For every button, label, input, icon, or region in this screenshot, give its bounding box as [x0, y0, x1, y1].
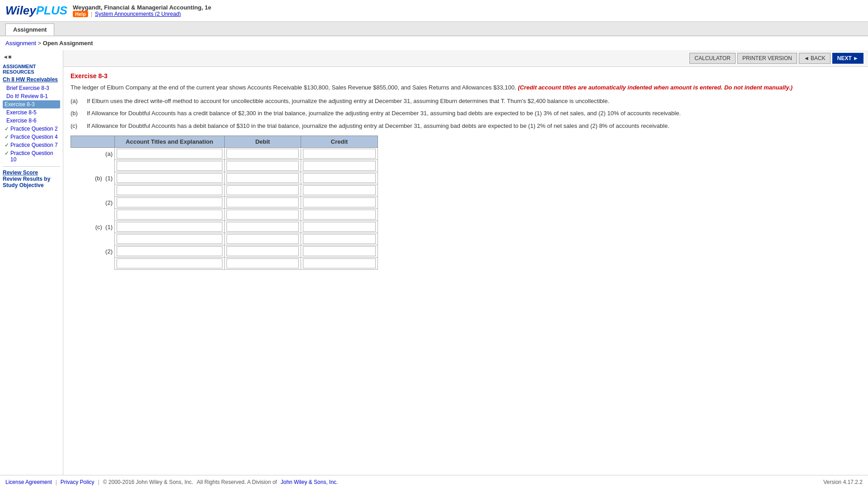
input-c1-1-debit[interactable] — [224, 221, 301, 233]
input-b2-1-account[interactable] — [115, 197, 225, 209]
input-a-2-account-field[interactable] — [117, 161, 222, 171]
assignment-tab[interactable]: Assignment — [5, 23, 54, 36]
system-announcements-link[interactable]: System Announcements (2 Unread) — [95, 11, 181, 17]
footer-wiley-link[interactable]: John Wiley & Sons, Inc. — [281, 479, 338, 485]
content-area: CALCULATOR PRINTER VERSION ◄ BACK NEXT ►… — [63, 50, 868, 475]
help-badge[interactable]: Help — [73, 11, 88, 17]
input-c1-2-debit[interactable] — [224, 233, 301, 245]
input-a-1-account-field[interactable] — [117, 149, 222, 159]
sidebar-link-exercise-83[interactable]: Exercise 8-3 — [3, 100, 60, 108]
input-b2-1-credit[interactable] — [301, 197, 378, 209]
input-a-2-debit-field[interactable] — [226, 161, 299, 171]
input-c1-2-account-field[interactable] — [117, 234, 222, 244]
input-b2-2-debit[interactable] — [224, 209, 301, 221]
license-agreement-link[interactable]: License Agreement — [5, 479, 52, 485]
sidebar-practice-q4[interactable]: ✓ Practice Question 4 — [3, 133, 60, 141]
input-b1-1-credit-field[interactable] — [303, 173, 376, 183]
input-a-2-credit[interactable] — [301, 160, 378, 172]
exercise-part-b: (b) If Allowance for Doubtful Accounts h… — [71, 109, 861, 118]
sidebar-review-score[interactable]: Review Score — [3, 169, 60, 176]
input-a-2-debit[interactable] — [224, 160, 301, 172]
input-c1-2-credit[interactable] — [301, 233, 378, 245]
input-b1-2-credit[interactable] — [301, 184, 378, 197]
sidebar-toggle[interactable]: ◄■ — [3, 54, 60, 60]
input-b1-1-debit-field[interactable] — [226, 173, 299, 183]
input-b2-1-account-field[interactable] — [117, 197, 222, 207]
input-c2-1-credit-field[interactable] — [303, 246, 376, 256]
table-row: (b) (1) — [71, 172, 378, 184]
input-c2-2-credit-field[interactable] — [303, 258, 376, 268]
input-c2-2-account-field[interactable] — [117, 258, 222, 268]
input-b2-2-debit-field[interactable] — [226, 210, 299, 220]
privacy-policy-link[interactable]: Privacy Policy — [61, 479, 94, 485]
input-c1-2-debit-field[interactable] — [226, 234, 299, 244]
input-b2-2-credit[interactable] — [301, 209, 378, 221]
input-b2-2-credit-field[interactable] — [303, 210, 376, 220]
input-b1-1-account-field[interactable] — [117, 173, 222, 183]
input-c1-1-credit[interactable] — [301, 221, 378, 233]
input-b2-1-debit[interactable] — [224, 197, 301, 209]
input-c1-1-account[interactable] — [115, 221, 225, 233]
input-b2-2-account-field[interactable] — [117, 210, 222, 220]
input-a-1-account[interactable] — [115, 148, 225, 160]
input-a-1-debit[interactable] — [224, 148, 301, 160]
input-c1-1-account-field[interactable] — [117, 222, 222, 232]
sidebar-practice-q7[interactable]: ✓ Practice Question 7 — [3, 141, 60, 149]
input-c1-2-account[interactable] — [115, 233, 225, 245]
calculator-button[interactable]: CALCULATOR — [689, 53, 736, 64]
footer-all-rights: All Rights Reserved. A Division of — [197, 479, 277, 485]
input-a-2-account[interactable] — [115, 160, 225, 172]
input-b2-1-credit-field[interactable] — [303, 197, 376, 207]
input-b2-1-debit-field[interactable] — [226, 197, 299, 207]
input-b1-2-debit-field[interactable] — [226, 185, 299, 195]
input-c2-1-account[interactable] — [115, 245, 225, 258]
input-c2-2-account[interactable] — [115, 258, 225, 270]
input-b1-1-account[interactable] — [115, 172, 225, 184]
back-button[interactable]: ◄ BACK — [799, 53, 830, 64]
sidebar-review-results: Review Results by Study Objective — [3, 176, 60, 188]
input-c2-2-debit[interactable] — [224, 258, 301, 270]
input-c2-1-account-field[interactable] — [117, 246, 222, 256]
input-a-1-debit-field[interactable] — [226, 149, 299, 159]
input-b1-2-account-field[interactable] — [117, 185, 222, 195]
input-c1-2-credit-field[interactable] — [303, 234, 376, 244]
exercise-part-a: (a) If Elburn uses the direct write-off … — [71, 97, 861, 106]
sidebar-practice-q2[interactable]: ✓ Practice Question 2 — [3, 125, 60, 133]
input-a-2-credit-field[interactable] — [303, 161, 376, 171]
next-button[interactable]: NEXT ► — [832, 53, 863, 64]
breadcrumb-separator: > — [38, 40, 42, 47]
col-credit-header: Credit — [301, 136, 378, 148]
toolbar: CALCULATOR PRINTER VERSION ◄ BACK NEXT ► — [63, 50, 868, 67]
input-b1-1-debit[interactable] — [224, 172, 301, 184]
sidebar-link-do-it-review[interactable]: Do It! Review 8-1 — [3, 92, 60, 100]
input-c2-1-credit[interactable] — [301, 245, 378, 258]
input-b2-2-account[interactable] — [115, 209, 225, 221]
sidebar-practice-q2-label: Practice Question 2 — [10, 126, 58, 132]
printer-version-button[interactable]: PRINTER VERSION — [737, 53, 797, 64]
input-b1-2-debit[interactable] — [224, 184, 301, 197]
breadcrumb-assignment-link[interactable]: Assignment — [5, 40, 36, 47]
header: WileyPLUS Weygandt, Financial & Manageri… — [0, 0, 868, 22]
sidebar-review-results-text[interactable]: Review Results by Study Objective — [3, 176, 50, 188]
sidebar-ch8-title[interactable]: Ch 8 HW Receivables — [3, 76, 60, 83]
input-c2-2-debit-field[interactable] — [226, 258, 299, 268]
input-c2-2-credit[interactable] — [301, 258, 378, 270]
input-c1-1-credit-field[interactable] — [303, 222, 376, 232]
input-a-1-credit-field[interactable] — [303, 149, 376, 159]
input-a-1-credit[interactable] — [301, 148, 378, 160]
table-row: (2) — [71, 245, 378, 258]
sidebar-link-exercise-86[interactable]: Exercise 8-6 — [3, 117, 60, 125]
exercise-title: Exercise 8-3 — [71, 72, 861, 80]
col-account-titles-header: Account Titles and Explanation — [115, 136, 225, 148]
check-icon-q2: ✓ — [5, 126, 9, 132]
input-b1-2-credit-field[interactable] — [303, 185, 376, 195]
input-b1-1-credit[interactable] — [301, 172, 378, 184]
input-b1-2-account[interactable] — [115, 184, 225, 197]
sidebar-link-brief-exercise[interactable]: Brief Exercise 8-3 — [3, 84, 60, 92]
input-c2-1-debit-field[interactable] — [226, 246, 299, 256]
sidebar-link-exercise-85[interactable]: Exercise 8-5 — [3, 108, 60, 117]
input-c2-1-debit[interactable] — [224, 245, 301, 258]
sidebar-practice-q10[interactable]: ✓ Practice Question 10 — [3, 149, 60, 164]
exercise-part-c: (c) If Allowance for Doubtful Accounts h… — [71, 122, 861, 131]
input-c1-1-debit-field[interactable] — [226, 222, 299, 232]
